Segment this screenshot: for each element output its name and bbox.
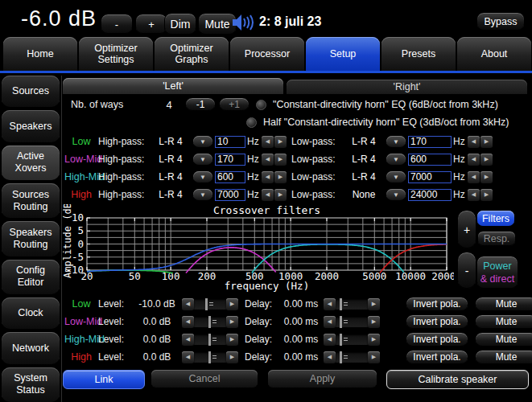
hp-freq-up-button[interactable]: ▶ bbox=[274, 189, 287, 201]
hp-freq-down-button[interactable]: ◀ bbox=[262, 171, 274, 183]
delay-slider-up-button[interactable]: ▶ bbox=[368, 298, 380, 310]
band-mute-button[interactable]: Mute bbox=[475, 350, 532, 365]
hp-type-dropdown[interactable]: ▼ bbox=[193, 136, 212, 147]
lp-freq-input[interactable] bbox=[408, 136, 452, 148]
lp-freq-down-button[interactable]: ◀ bbox=[468, 189, 480, 201]
lp-type-dropdown[interactable]: ▼ bbox=[386, 189, 406, 200]
tab-about[interactable]: About bbox=[457, 37, 531, 71]
delay-slider-handle[interactable] bbox=[340, 316, 342, 328]
level-slider-up-button[interactable]: ▶ bbox=[226, 298, 238, 310]
sidebar-item-system-status[interactable]: System Status bbox=[2, 367, 60, 402]
hp-freq-down-button[interactable]: ◀ bbox=[262, 154, 274, 166]
sidebar-item-network[interactable]: Network bbox=[2, 332, 60, 363]
invert-polarity-button[interactable]: Invert pola. bbox=[406, 350, 468, 365]
delay-slider-up-button[interactable]: ▶ bbox=[368, 334, 380, 346]
graph-zoom-in-button[interactable]: + bbox=[457, 210, 476, 249]
hp-freq-input[interactable] bbox=[215, 154, 245, 166]
calibrate-speaker-button[interactable]: Calibrate speaker bbox=[386, 370, 529, 389]
tab-setup[interactable]: Setup bbox=[306, 37, 380, 71]
lp-freq-up-button[interactable]: ▶ bbox=[480, 171, 493, 183]
level-slider-handle[interactable] bbox=[208, 334, 211, 346]
delay-slider-handle[interactable] bbox=[340, 351, 342, 363]
tab-optimizer-graphs[interactable]: Optimizer Graphs bbox=[155, 37, 229, 71]
lp-freq-down-button[interactable]: ◀ bbox=[468, 154, 480, 166]
level-slider-handle[interactable] bbox=[208, 351, 211, 363]
hp-freq-down-button[interactable]: ◀ bbox=[262, 136, 274, 148]
graph-view-power-direct-button[interactable]: Power & direct bbox=[476, 256, 518, 289]
level-slider-up-button[interactable]: ▶ bbox=[226, 351, 238, 363]
delay-slider-up-button[interactable]: ▶ bbox=[368, 316, 380, 328]
delay-slider-up-button[interactable]: ▶ bbox=[368, 351, 380, 363]
lp-type-dropdown[interactable]: ▼ bbox=[386, 136, 406, 147]
cancel-button[interactable]: Cancel bbox=[151, 370, 258, 388]
lp-freq-up-button[interactable]: ▶ bbox=[480, 136, 493, 148]
sidebar-item-speakers[interactable]: Speakers bbox=[2, 110, 60, 142]
volume-up-button[interactable]: + bbox=[135, 14, 167, 35]
volume-down-button[interactable]: - bbox=[101, 14, 133, 35]
ways-decrement-button[interactable]: -1 bbox=[185, 97, 216, 112]
tab-optimizer-settings[interactable]: Optimizer Settings bbox=[79, 37, 153, 71]
mute-button[interactable]: Mute bbox=[198, 13, 237, 35]
hp-freq-up-button[interactable]: ▶ bbox=[274, 154, 287, 166]
channel-tab-right[interactable]: 'Right' bbox=[287, 80, 527, 94]
graph-view-filters-button[interactable]: Filters bbox=[477, 211, 514, 226]
delay-slider-track[interactable] bbox=[336, 334, 368, 345]
lp-type-dropdown[interactable]: ▼ bbox=[386, 171, 406, 183]
sidebar-item-config-editor[interactable]: Config Editor bbox=[2, 260, 60, 294]
bypass-button[interactable]: Bypass bbox=[476, 12, 525, 31]
level-slider-track[interactable] bbox=[194, 334, 226, 345]
channel-tab-left[interactable]: 'Left' bbox=[63, 78, 283, 94]
level-slider-down-button[interactable]: ◀ bbox=[182, 334, 194, 346]
level-slider-handle[interactable] bbox=[205, 298, 208, 310]
delay-slider-track[interactable] bbox=[336, 316, 368, 327]
band-mute-button[interactable]: Mute bbox=[475, 297, 532, 312]
invert-polarity-button[interactable]: Invert pola. bbox=[406, 332, 468, 347]
invert-polarity-button[interactable]: Invert pola. bbox=[406, 314, 468, 330]
sidebar-item-sources[interactable]: Sources bbox=[2, 76, 60, 107]
hp-freq-up-button[interactable]: ▶ bbox=[274, 136, 287, 148]
link-button[interactable]: Link bbox=[63, 370, 145, 389]
lp-freq-input[interactable] bbox=[408, 154, 452, 166]
ways-increment-button[interactable]: +1 bbox=[219, 97, 250, 112]
lp-freq-up-button[interactable]: ▶ bbox=[480, 154, 493, 166]
lp-freq-up-button[interactable]: ▶ bbox=[480, 189, 493, 201]
delay-slider-down-button[interactable]: ◀ bbox=[324, 298, 336, 310]
sidebar-item-clock[interactable]: Clock bbox=[2, 297, 60, 329]
delay-slider-handle[interactable] bbox=[340, 334, 342, 346]
tab-processor[interactable]: Processor bbox=[230, 37, 304, 71]
delay-slider-down-button[interactable]: ◀ bbox=[324, 351, 336, 363]
tab-home[interactable]: Home bbox=[3, 37, 77, 71]
hp-type-dropdown[interactable]: ▼ bbox=[193, 171, 212, 183]
tab-presets[interactable]: Presets bbox=[381, 37, 456, 71]
lp-freq-down-button[interactable]: ◀ bbox=[468, 136, 480, 148]
level-slider-down-button[interactable]: ◀ bbox=[182, 298, 194, 310]
hp-freq-input[interactable] bbox=[215, 136, 245, 148]
sidebar-item-speakers-routing[interactable]: Speakers Routing bbox=[2, 221, 60, 256]
level-slider-up-button[interactable]: ▶ bbox=[226, 334, 238, 346]
dim-button[interactable]: Dim bbox=[164, 13, 196, 35]
hp-type-dropdown[interactable]: ▼ bbox=[193, 154, 212, 165]
level-slider-handle[interactable] bbox=[208, 316, 211, 328]
invert-polarity-button[interactable]: Invert pola. bbox=[406, 297, 468, 312]
level-slider-track[interactable] bbox=[194, 351, 226, 363]
hp-type-dropdown[interactable]: ▼ bbox=[193, 189, 212, 200]
apply-button[interactable]: Apply bbox=[268, 370, 377, 388]
graph-zoom-out-button[interactable]: - bbox=[457, 252, 476, 289]
delay-slider-down-button[interactable]: ◀ bbox=[324, 316, 336, 328]
level-slider-track[interactable] bbox=[194, 298, 226, 310]
level-slider-down-button[interactable]: ◀ bbox=[182, 316, 194, 328]
hp-freq-up-button[interactable]: ▶ bbox=[274, 171, 287, 183]
sidebar-item-active-xovers[interactable]: Active Xovers bbox=[2, 146, 60, 180]
level-slider-down-button[interactable]: ◀ bbox=[182, 351, 194, 363]
delay-slider-down-button[interactable]: ◀ bbox=[324, 334, 336, 346]
delay-slider-track[interactable] bbox=[336, 298, 368, 310]
hp-freq-input[interactable] bbox=[215, 189, 245, 201]
hp-freq-input[interactable] bbox=[215, 171, 245, 183]
band-mute-button[interactable]: Mute bbox=[475, 314, 532, 330]
delay-slider-handle[interactable] bbox=[340, 298, 342, 310]
level-slider-up-button[interactable]: ▶ bbox=[226, 316, 238, 328]
lp-freq-input[interactable] bbox=[408, 171, 452, 183]
level-slider-track[interactable] bbox=[194, 316, 226, 327]
half-cd-horn-eq-radio[interactable] bbox=[246, 117, 257, 128]
cd-horn-eq-radio[interactable] bbox=[256, 100, 266, 110]
